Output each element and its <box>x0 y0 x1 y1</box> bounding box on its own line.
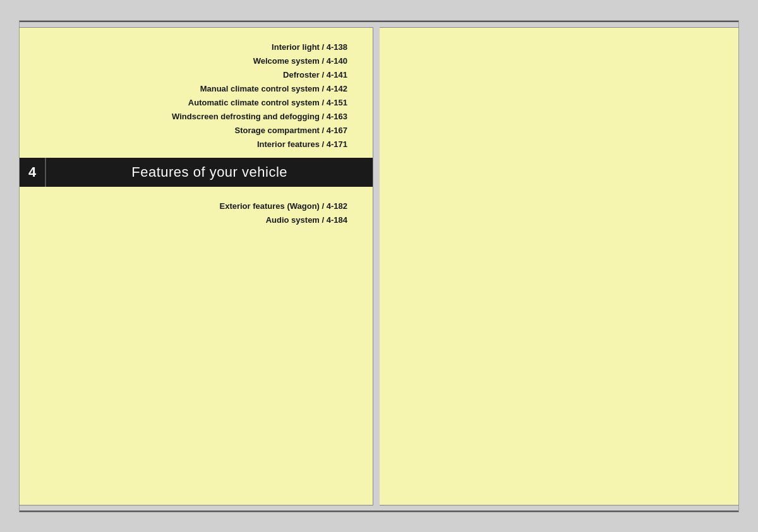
toc-item: Manual climate control system / 4-142 <box>32 82 347 96</box>
toc-item: Windscreen defrosting and defogging / 4-… <box>32 110 347 124</box>
post-header-section: Exterior features (Wagon) / 4-182Audio s… <box>20 187 373 233</box>
toc-item: Storage compartment / 4-167 <box>32 124 347 138</box>
left-page: Interior light / 4-138Welcome system / 4… <box>20 27 373 505</box>
toc-item: Welcome system / 4-140 <box>32 54 347 68</box>
page-container: Interior light / 4-138Welcome system / 4… <box>19 20 739 512</box>
right-page <box>380 27 738 505</box>
bottom-border <box>20 511 738 512</box>
toc-item: Automatic climate control system / 4-151 <box>32 96 347 110</box>
chapter-title: Features of your vehicle <box>46 164 373 180</box>
page-content: Interior light / 4-138Welcome system / 4… <box>20 22 738 511</box>
post-toc-item: Audio system / 4-184 <box>32 213 347 227</box>
toc-item: Interior features / 4-171 <box>32 138 347 151</box>
toc-section: Interior light / 4-138Welcome system / 4… <box>20 28 373 158</box>
chapter-number: 4 <box>20 158 46 187</box>
chapter-header: 4 Features of your vehicle <box>20 158 373 187</box>
post-toc-item: Exterior features (Wagon) / 4-182 <box>32 199 347 213</box>
spacer <box>373 22 378 511</box>
toc-item: Interior light / 4-138 <box>32 40 347 54</box>
toc-item: Defroster / 4-141 <box>32 68 347 82</box>
